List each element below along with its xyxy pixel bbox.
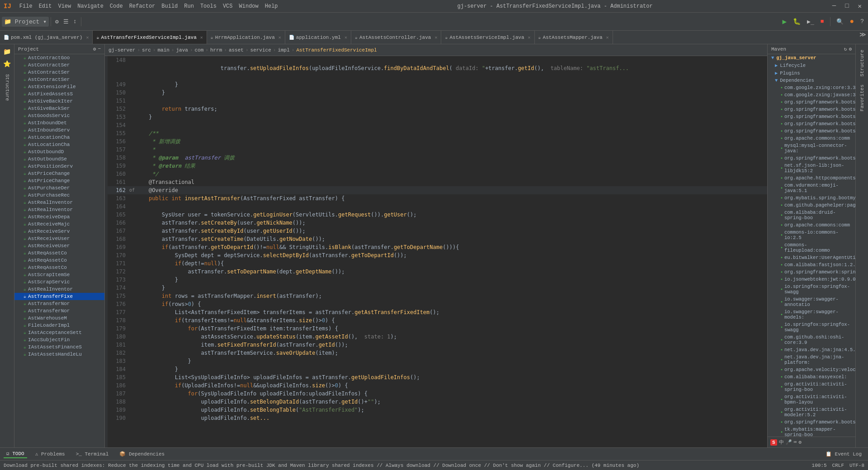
tree-item-36[interactable]: ☕AstWarehouseM xyxy=(14,315,104,322)
dep-39[interactable]: ▪org.springframework.boots: xyxy=(768,418,855,426)
dep-35[interactable]: ▪com.alibaba:easyexcel: xyxy=(768,373,855,381)
tree-item-26[interactable]: ☕AstReceiveUser xyxy=(14,242,104,249)
tree-item-31[interactable]: ☕AstScrapServic xyxy=(14,278,104,286)
tree-item-4[interactable]: ☕AstExtensionFile xyxy=(14,83,104,90)
dep-6[interactable]: ▪org.springframework.boots: xyxy=(768,99,855,106)
ime-mic[interactable]: 🎤 xyxy=(786,439,792,445)
maven-refresh[interactable]: ↻ xyxy=(844,46,847,52)
tree-item-10[interactable]: ☕AstInboundServ xyxy=(14,127,104,134)
dep-27[interactable]: ▪io.springfox:springfox-swagg xyxy=(768,283,855,296)
dep-lifecycle[interactable]: ▶ Lifecycle xyxy=(768,61,855,69)
dep-24[interactable]: ▪com.alibaba:fastjson:1.2.68 xyxy=(768,261,855,268)
tree-item-24[interactable]: ☕AstReceiveServ xyxy=(14,228,104,235)
tab-todo[interactable]: ☑ TODO xyxy=(4,450,27,458)
run-with-coverage[interactable]: ▶̲ xyxy=(805,17,816,27)
structure-icon-left[interactable]: Structure xyxy=(4,70,11,104)
breadcrumb-asset[interactable]: asset xyxy=(229,47,244,53)
tree-item-38[interactable]: ☕IAstAcceptanceSett xyxy=(14,329,104,336)
project-icon[interactable]: 📁 xyxy=(1,46,13,57)
tree-item-3[interactable]: ☕AstContractSer xyxy=(14,76,104,83)
tab-hrrm[interactable]: ☕ HrrmApplication.java ✕ xyxy=(207,31,285,44)
tree-item-5[interactable]: ☕AstFixedAssetsS xyxy=(14,90,104,98)
dep-29[interactable]: ▪io.swagger:swagger-models: xyxy=(768,308,855,321)
tab-ast-transfer-close[interactable]: ✕ xyxy=(200,35,203,40)
dep-34[interactable]: ▪org.apache.velocity:velocity:1 xyxy=(768,366,855,373)
ri-favorites[interactable]: Favorites xyxy=(859,81,866,115)
tab-hrrm-close[interactable]: ✕ xyxy=(278,35,281,40)
dep-root[interactable]: ▼ gj_java_server xyxy=(768,54,855,61)
favorites-icon[interactable]: ⭐ xyxy=(1,58,13,70)
menu-run[interactable]: Run xyxy=(181,2,197,10)
menu-vcs[interactable]: VCS xyxy=(220,2,236,10)
dep-15[interactable]: ▪org.apache.httpcomponents: xyxy=(768,174,855,182)
tree-item-21[interactable]: ☕AstRealInventor xyxy=(14,206,104,213)
tool-settings[interactable]: ⚙ xyxy=(53,17,61,27)
tree-item-0[interactable]: ☕AstContractGoo xyxy=(14,54,104,61)
tab-ast-assets-close[interactable]: ✕ xyxy=(434,35,437,40)
tab-pom-close[interactable]: ✕ xyxy=(86,35,89,40)
status-crlf[interactable]: CRLF xyxy=(832,463,844,468)
dep-4[interactable]: ▪com.google.zxing:core:3.3.0 xyxy=(768,84,855,91)
tree-item-13[interactable]: ☕AstOutboundD xyxy=(14,148,104,155)
dep-20[interactable]: ▪org.apache.commons:comm xyxy=(768,221,855,229)
status-charset[interactable]: UTF-8 xyxy=(849,463,864,468)
breadcrumb-hrrm[interactable]: hrrm xyxy=(210,47,222,53)
tree-item-41[interactable]: ☕IAstAssetsHandleLu xyxy=(14,351,104,358)
close-btn[interactable]: ✕ xyxy=(855,2,864,10)
dep-19[interactable]: ▪com.alibaba:druid-spring-boo xyxy=(768,209,855,221)
tree-item-30[interactable]: ☕AstScrapItemSe xyxy=(14,271,104,278)
tab-application-close[interactable]: ✕ xyxy=(344,35,347,40)
tree-item-11[interactable]: ☕AstLocationCha xyxy=(14,134,104,141)
tree-item-16[interactable]: ☕AstPriceChange xyxy=(14,170,104,177)
tree-item-8[interactable]: ☕AstGoodsServic xyxy=(14,112,104,119)
dep-26[interactable]: ▪io.jsonwebtoken:jwt:0.9.0 xyxy=(768,276,855,283)
tree-item-9[interactable]: ☕AstInboundDet xyxy=(14,119,104,127)
tab-ast-assets-mapper-close[interactable]: ✕ xyxy=(606,35,609,40)
dep-11[interactable]: ▪org.apache.commons:comm xyxy=(768,135,855,142)
menu-navigate[interactable]: Navigate xyxy=(75,2,106,10)
ri-structure[interactable]: Structure xyxy=(859,46,866,80)
tree-item-1[interactable]: ☕AstContractSer xyxy=(14,61,104,69)
tree-item-28[interactable]: ☕AstReqAssetCo xyxy=(14,257,104,264)
tab-event-log[interactable]: 📋 Event Log xyxy=(823,450,864,458)
tree-item-7[interactable]: ☕AstGiveBackSer xyxy=(14,105,104,112)
dep-9[interactable]: ▪org.springframework.boots: xyxy=(768,120,855,127)
tree-item-12[interactable]: ☕AstLocationCha xyxy=(14,141,104,148)
tab-problems[interactable]: ⚠ Problems xyxy=(33,450,68,458)
dep-5[interactable]: ▪com.google.zxing:javase:3.3.0 xyxy=(768,91,855,99)
tree-item-19[interactable]: ☕AstPurchaseRec xyxy=(14,192,104,199)
dep-30[interactable]: ▪io.springfox:springfox-swagg xyxy=(768,321,855,334)
breadcrumb-class[interactable]: AstTransferFixedServiceImpl xyxy=(296,47,377,53)
dep-12[interactable]: ▪mysql:mysql-connector-java: xyxy=(768,142,855,155)
dep-dependencies[interactable]: ▼ Dependencies xyxy=(768,77,855,84)
breadcrumb-com[interactable]: com xyxy=(194,47,203,53)
project-selector[interactable]: 📁 Project ▾ xyxy=(2,17,49,27)
menu-help[interactable]: Help xyxy=(262,2,281,10)
dep-28[interactable]: ▪io.swagger:swagger-annotatio xyxy=(768,296,855,308)
dep-16[interactable]: ▪com.vdurmont:emoji-java:5.1 xyxy=(768,182,855,194)
dep-31[interactable]: ▪com.github.oshi:oshi-core:3.9 xyxy=(768,334,855,346)
menu-edit[interactable]: Edit xyxy=(36,2,55,10)
tree-item-2[interactable]: ☕AstContractSer xyxy=(14,69,104,76)
code-editor[interactable]: 148 transfer.setUploadFileInfos(uploadFi… xyxy=(105,56,767,447)
tool-list[interactable]: ☰ xyxy=(61,17,71,27)
maven-settings[interactable]: ⚙ xyxy=(849,46,852,52)
tree-item-25[interactable]: ☕AstReceiveUser xyxy=(14,235,104,242)
dep-7[interactable]: ▪org.springframework.boots: xyxy=(768,106,855,113)
debug-btn[interactable]: 🐛 xyxy=(791,16,803,27)
dep-36[interactable]: ▪org.activiti:activiti-spring-boo xyxy=(768,381,855,393)
sidebar-gear[interactable]: ⚙ xyxy=(93,46,96,52)
dep-plugins[interactable]: ▶ Plugins xyxy=(768,69,855,77)
tab-ast-assets[interactable]: ☕ AstAssetsController.java ✕ xyxy=(351,31,442,44)
tree-item-39[interactable]: ☕IAccSubjectFin xyxy=(14,336,104,343)
dep-38[interactable]: ▪org.activiti:activiti-modeler:5.2 xyxy=(768,406,855,418)
tree-item-23[interactable]: ☕AstReceiveMajc xyxy=(14,221,104,228)
tab-ast-transfer[interactable]: ☕ AstTransferFixedServiceImpl.java ✕ xyxy=(93,31,207,44)
tab-dependencies[interactable]: 📦 Dependencies xyxy=(117,450,167,458)
dep-21[interactable]: ▪commons-io:commons-io:2.5 xyxy=(768,229,855,241)
status-position[interactable]: 100:5 xyxy=(812,463,827,468)
tree-item-20[interactable]: ☕AstRealInventor xyxy=(14,199,104,206)
tree-item-17[interactable]: ☕AstPriceChange xyxy=(14,177,104,184)
dep-22[interactable]: ▪commons-fileupload:commo xyxy=(768,241,855,254)
tab-ast-assets-impl-close[interactable]: ✕ xyxy=(528,35,530,40)
